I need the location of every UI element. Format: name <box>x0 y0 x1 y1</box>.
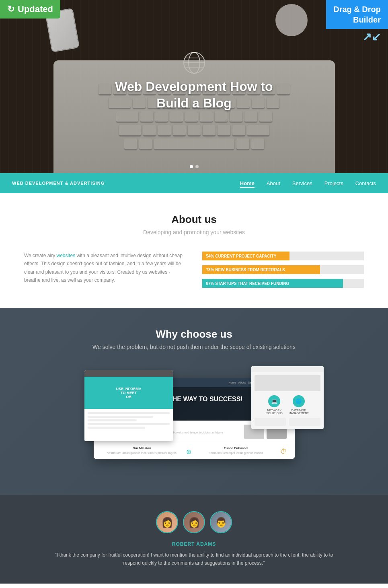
nav-item-projects[interactable]: Projects <box>324 179 343 187</box>
keyboard-key <box>232 125 245 136</box>
browser-back-content: USE INFORMATO MEETOB <box>84 377 173 409</box>
nav-item-contacts[interactable]: Contacts <box>355 179 376 187</box>
keyboard-key <box>170 111 183 122</box>
mission-col-2: Fusce Euismod Tincidunt ullamcorper lect… <box>195 446 276 456</box>
keyboard-key <box>158 125 171 136</box>
browser-line <box>88 419 137 421</box>
nav-link-about[interactable]: About <box>267 180 280 186</box>
about-text: We create airy websites with a pleasant … <box>24 252 186 288</box>
hero-dot-2[interactable] <box>195 165 199 168</box>
bar-fill-2: 73% NEW BUSINESS FROM REFERRALS <box>202 265 320 274</box>
bar-referrals: 73% NEW BUSINESS FROM REFERRALS <box>202 265 364 274</box>
services-section: WEB-DESIGN Web design - is, first of all… <box>0 584 388 588</box>
dnd-arrow-icon: ↗↙ <box>362 30 381 43</box>
keyboard-key <box>139 138 152 150</box>
dnd-badge: Drag & Drop Builder <box>326 0 388 29</box>
avatar-1[interactable]: 👩 <box>156 511 178 533</box>
browser-back-bar <box>84 370 173 377</box>
keyboard-key <box>215 111 228 122</box>
updated-badge: ↻ Updated <box>0 0 60 19</box>
browser-line <box>88 423 170 425</box>
bar-empty-3 <box>343 279 364 288</box>
keyboard-key <box>155 111 168 122</box>
avatar-2[interactable]: 👩 <box>183 511 205 533</box>
testimonial-avatars: 👩 👩 👨 <box>24 511 364 533</box>
nav-link-contacts[interactable]: Contacts <box>355 180 376 186</box>
why-subtitle: We solve the problem, but do not push th… <box>24 344 364 350</box>
browser-back-body <box>84 409 173 441</box>
keyboard-key <box>244 111 257 122</box>
keyboard-key <box>200 111 213 122</box>
about-subtitle: Developing and promoting your websites <box>24 229 364 235</box>
refresh-icon: ↻ <box>7 4 14 14</box>
right-hero-placeholder <box>255 375 320 391</box>
dnd-line1: Drag & Drop <box>333 4 381 14</box>
fusce-icon: ⏱ <box>280 448 287 456</box>
bar-fill-3: 87% STARTUPS THAT RECEIVED FUNDING <box>202 279 343 288</box>
keyboard-key <box>247 125 269 136</box>
browsers-container: USE INFORMATO MEETOB ● IT Company Home A… <box>24 362 364 475</box>
icon-item-database: 🌐 DATABASEMANAGEMENT <box>289 395 309 415</box>
avatar-face-1: 👩 <box>157 512 177 532</box>
about-title: About us <box>24 213 364 226</box>
keyboard-key <box>277 84 290 95</box>
testimonial-name: ROBERT ADAMS <box>24 541 364 547</box>
browser-back-text: USE INFORMATO MEETOB <box>116 387 142 399</box>
right-btn-2 <box>289 418 320 426</box>
keyboard-key <box>99 84 111 95</box>
bar-label-3: 87% STARTUPS THAT RECEIVED FUNDING <box>206 281 289 286</box>
browser-mockup-right: 💻 NETWORKSOLUTIONS 🌐 DATABASEMANAGEMENT <box>251 366 324 429</box>
nav-item-services[interactable]: Services <box>292 179 312 187</box>
about-section: About us Developing and promoting your w… <box>0 193 388 308</box>
network-icon-circle: 💻 <box>268 395 280 407</box>
browser-right-bar <box>251 366 324 372</box>
hero-dot-1[interactable] <box>190 165 193 168</box>
nav-brand: WEB DEVELOPMENT & ADVERTISING <box>12 181 105 186</box>
browser-right-content: 💻 NETWORKSOLUTIONS 🌐 DATABASEMANAGEMENT <box>251 372 324 429</box>
icon-grid: 💻 NETWORKSOLUTIONS 🌐 DATABASEMANAGEMENT <box>255 395 320 415</box>
keyboard-key <box>230 111 242 122</box>
bar-fill-1: 54% CURRENT PROJECT CAPACITY <box>202 252 289 260</box>
nav-links: Home About Services Projects Contacts <box>240 179 376 187</box>
keyboard-key <box>140 111 153 122</box>
hero-title: Web Development How to Build a Blog <box>115 78 273 112</box>
keyboard-key <box>203 125 216 136</box>
navbar: WEB DEVELOPMENT & ADVERTISING Home About… <box>0 173 388 193</box>
about-content: We create airy websites with a pleasant … <box>24 252 364 288</box>
hero-dots <box>190 165 199 168</box>
keyboard-key <box>119 125 141 136</box>
about-bars: 54% CURRENT PROJECT CAPACITY 73% NEW BUS… <box>202 252 364 288</box>
bar-label-1: 54% CURRENT PROJECT CAPACITY <box>206 254 277 258</box>
mission-title: Our Mission <box>102 446 183 450</box>
hero-coffee-decoration <box>275 4 308 36</box>
keyboard-key <box>251 138 264 150</box>
about-link[interactable]: websites <box>56 253 75 258</box>
keyboard-key <box>259 111 272 122</box>
avatar-face-2: 👩 <box>184 512 204 532</box>
fusce-text: Tincidunt ullamcorper lectus gravida lob… <box>195 451 276 455</box>
avatar-face-3: 👨 <box>211 512 231 532</box>
browser-line <box>88 416 153 418</box>
nav-link-home[interactable]: Home <box>240 180 255 188</box>
avatar-3[interactable]: 👨 <box>210 511 232 533</box>
browser-mockup-back: USE INFORMATO MEETOB <box>84 370 173 441</box>
bar-startups: 87% STARTUPS THAT RECEIVED FUNDING <box>202 279 364 288</box>
nav-link-projects[interactable]: Projects <box>324 180 343 186</box>
nav-item-about[interactable]: About <box>267 179 280 187</box>
keyboard-key <box>185 111 198 122</box>
network-label: NETWORKSOLUTIONS <box>266 409 282 415</box>
bar-empty-2 <box>320 265 364 274</box>
dnd-line2: Builder <box>333 14 381 25</box>
nav-link-services[interactable]: Services <box>292 180 312 186</box>
nav-item-home[interactable]: Home <box>240 179 255 187</box>
mission-col-1: Our Mission Vestibulum iaculis quisque m… <box>102 446 183 456</box>
mission-text: Vestibulum iaculis quisque metus mollis … <box>102 451 183 455</box>
bar-current-capacity: 54% CURRENT PROJECT CAPACITY <box>202 252 364 260</box>
hero-section: Web Development How to Build a Blog ↻ Up… <box>0 0 388 173</box>
fusce-title: Fusce Euismod <box>195 446 276 450</box>
keyboard-key <box>154 138 234 150</box>
updated-label: Updated <box>18 4 53 14</box>
browser-line <box>88 427 145 429</box>
why-section: Why choose us We solve the problem, but … <box>0 308 388 495</box>
keyboard-key <box>218 125 230 136</box>
